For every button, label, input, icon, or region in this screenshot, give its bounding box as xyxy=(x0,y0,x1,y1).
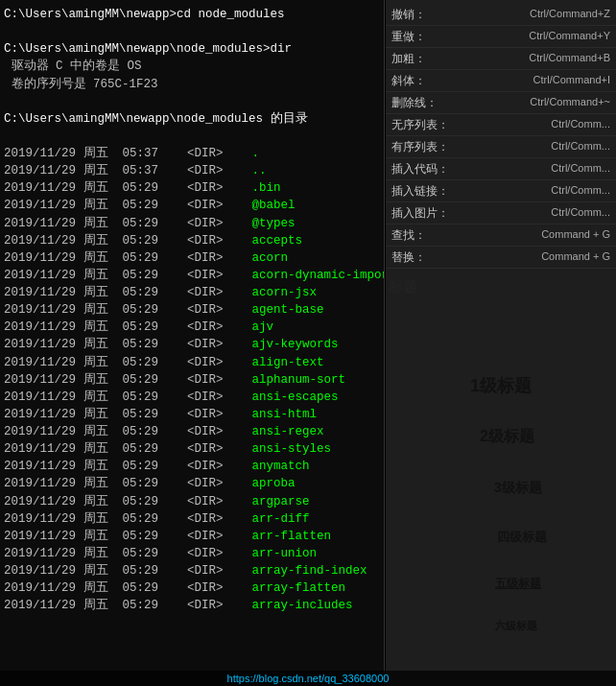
shortcut-key-5: Ctrl/Comm... xyxy=(453,116,610,133)
shortcut-label-7: 插入代码： xyxy=(391,160,449,177)
dir-entry-22: 2019/11/29 周五 05:29 <DIR> arr-flatten xyxy=(4,528,380,545)
dir-entry-10: 2019/11/29 周五 05:29 <DIR> ajv xyxy=(4,319,380,336)
shortcut-label-9: 插入图片： xyxy=(391,204,449,222)
shortcut-key-3: Ctrl/Command+I xyxy=(430,72,610,89)
shortcut-label-6: 有序列表： xyxy=(391,138,449,155)
shortcut-key-8: Ctrl/Comm... xyxy=(453,182,610,200)
shortcut-key-7: Ctrl/Comm... xyxy=(453,160,610,177)
shortcut-key-2: Ctrl/Command+B xyxy=(430,50,610,67)
shortcut-label-1: 重做： xyxy=(391,28,426,45)
dir-entry-23: 2019/11/29 周五 05:29 <DIR> arr-union xyxy=(4,545,380,562)
serial-info: 卷的序列号是 765C-1F23 xyxy=(4,76,380,93)
shortcut-row-11: 替换：Command + G xyxy=(386,247,616,269)
dir-entry-15: 2019/11/29 周五 05:29 <DIR> ansi-html xyxy=(4,406,380,423)
shortcut-key-10: Command + G xyxy=(430,226,610,244)
dir-entry-25: 2019/11/29 周五 05:29 <DIR> array-flatten xyxy=(4,580,380,597)
dir-entry-4: 2019/11/29 周五 05:29 <DIR> @types xyxy=(4,215,380,232)
dir-entry-19: 2019/11/29 周五 05:29 <DIR> aproba xyxy=(4,475,380,492)
url-bar: https://blog.csdn.net/qq_33608000 xyxy=(0,671,616,686)
shortcut-key-9: Ctrl/Comm... xyxy=(453,204,610,222)
shortcut-key-4: Ctrl/Command+~ xyxy=(441,94,610,111)
dir-entry-1: 2019/11/29 周五 05:37 <DIR> .. xyxy=(4,162,380,179)
dir-entry-20: 2019/11/29 周五 05:29 <DIR> argparse xyxy=(4,493,380,510)
shortcut-label-5: 无序列表： xyxy=(391,116,449,133)
shortcut-row-3: 斜体：Ctrl/Command+I xyxy=(386,70,616,92)
cmd-line-1: C:\Users\amingMM\newapp>cd node_modules xyxy=(4,6,380,23)
dir-entry-9: 2019/11/29 周五 05:29 <DIR> agent-base xyxy=(4,301,380,319)
shortcut-row-0: 撤销：Ctrl/Command+Z xyxy=(386,4,616,26)
shortcut-row-6: 有序列表：Ctrl/Comm... xyxy=(386,136,616,158)
panel-divider xyxy=(384,0,385,686)
dir-entry-0: 2019/11/29 周五 05:37 <DIR> . xyxy=(4,145,380,162)
shortcuts-panel: 撤销：Ctrl/Command+Z重做：Ctrl/Command+Y加粗：Ctr… xyxy=(386,0,616,686)
dir-entry-5: 2019/11/29 周五 05:29 <DIR> accepts xyxy=(4,232,380,249)
shortcut-label-4: 删除线： xyxy=(391,94,438,111)
dir-entry-18: 2019/11/29 周五 05:29 <DIR> anymatch xyxy=(4,458,380,475)
drive-info: 驱动器 C 中的卷是 OS xyxy=(4,58,380,75)
dir-entry-11: 2019/11/29 周五 05:29 <DIR> ajv-keywords xyxy=(4,336,380,353)
shortcut-label-0: 撤销： xyxy=(391,6,426,23)
shortcut-key-11: Command + G xyxy=(430,248,610,266)
blank-2 xyxy=(4,93,380,110)
blank-3 xyxy=(4,128,380,145)
shortcut-row-8: 插入链接：Ctrl/Comm... xyxy=(386,180,616,202)
dir-entry-13: 2019/11/29 周五 05:29 <DIR> alphanum-sort xyxy=(4,371,380,389)
dir-entry-21: 2019/11/29 周五 05:29 <DIR> arr-diff xyxy=(4,510,380,528)
dir-entry-16: 2019/11/29 周五 05:29 <DIR> ansi-regex xyxy=(4,423,380,440)
dir-entry-24: 2019/11/29 周五 05:29 <DIR> array-find-ind… xyxy=(4,562,380,580)
shortcut-label-10: 查找： xyxy=(391,226,426,244)
cmd-line-2: C:\Users\amingMM\newapp\node_modules>dir xyxy=(4,40,380,58)
dir-entry-26: 2019/11/29 周五 05:29 <DIR> array-includes xyxy=(4,597,380,614)
blank-1 xyxy=(4,23,380,40)
shortcut-row-7: 插入代码：Ctrl/Comm... xyxy=(386,158,616,180)
shortcut-key-0: Ctrl/Command+Z xyxy=(430,6,610,23)
shortcut-label-11: 替换： xyxy=(391,248,426,266)
dir-entry-2: 2019/11/29 周五 05:29 <DIR> .bin xyxy=(4,179,380,197)
dir-entry-17: 2019/11/29 周五 05:29 <DIR> ansi-styles xyxy=(4,440,380,458)
shortcut-key-6: Ctrl/Comm... xyxy=(453,138,610,155)
terminal-pane: C:\Users\amingMM\newapp>cd node_modules … xyxy=(0,0,384,686)
shortcut-label-8: 插入链接： xyxy=(391,182,449,200)
shortcut-row-5: 无序列表：Ctrl/Comm... xyxy=(386,114,616,136)
dir-entry-12: 2019/11/29 周五 05:29 <DIR> align-text xyxy=(4,354,380,371)
shortcut-label-3: 斜体： xyxy=(391,72,426,89)
dir-entry-14: 2019/11/29 周五 05:29 <DIR> ansi-escapes xyxy=(4,389,380,406)
shortcut-label-2: 加粗： xyxy=(391,50,426,67)
dir-entry-8: 2019/11/29 周五 05:29 <DIR> acorn-jsx xyxy=(4,284,380,301)
dir-entry-7: 2019/11/29 周五 05:29 <DIR> acorn-dynamic-… xyxy=(4,267,380,284)
shortcut-key-1: Ctrl/Command+Y xyxy=(430,28,610,45)
shortcut-row-2: 加粗：Ctrl/Command+B xyxy=(386,48,616,70)
dir-entry-6: 2019/11/29 周五 05:29 <DIR> acorn xyxy=(4,249,380,267)
shortcut-row-1: 重做：Ctrl/Command+Y xyxy=(386,26,616,48)
shortcut-row-10: 查找：Command + G xyxy=(386,225,616,247)
shortcut-row-9: 插入图片：Ctrl/Comm... xyxy=(386,202,616,225)
dir-entry-3: 2019/11/29 周五 05:29 <DIR> @babel xyxy=(4,197,380,214)
shortcut-row-4: 删除线：Ctrl/Command+~ xyxy=(386,92,616,114)
dir-header: C:\Users\amingMM\newapp\node_modules 的目录 xyxy=(4,110,380,128)
